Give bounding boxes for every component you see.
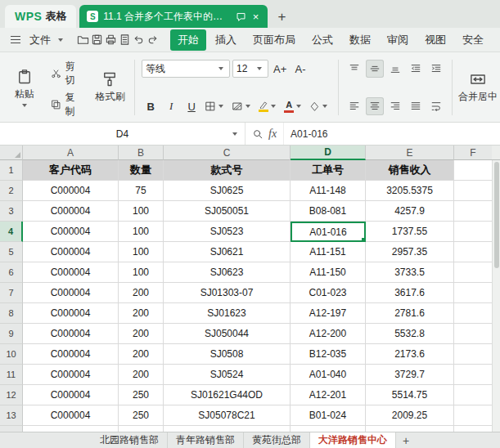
merge-center-button[interactable]: 合并居中 — [459, 71, 497, 104]
fill-color-button[interactable] — [308, 97, 331, 115]
print-icon[interactable] — [105, 30, 117, 49]
row-header-14[interactable]: 14 — [0, 426, 23, 432]
cell-f6[interactable] — [454, 262, 492, 283]
cell-e2[interactable]: 3205.5375 — [366, 181, 454, 201]
cell-a3[interactable]: C000004 — [23, 201, 119, 222]
cell-e13[interactable]: 2009.25 — [366, 405, 454, 426]
file-menu[interactable]: 文件 — [26, 33, 54, 47]
cell-b1[interactable]: 数量 — [119, 160, 164, 181]
scrollbar-thumb[interactable] — [494, 162, 499, 268]
grow-font-button[interactable]: A+ — [271, 60, 289, 78]
row-header-12[interactable]: 12 — [0, 385, 23, 405]
insert-function-button[interactable]: fx — [268, 128, 277, 141]
cell-c2[interactable]: SJ0625 — [164, 181, 291, 201]
name-box-caret-icon[interactable] — [232, 132, 237, 136]
cell-a12[interactable]: C000004 — [23, 385, 119, 405]
cell-a8[interactable]: C000004 — [23, 303, 119, 324]
cell-d12[interactable]: A12-201 — [291, 385, 366, 405]
add-sheet-button[interactable]: + — [396, 432, 416, 448]
cell-a4[interactable]: C000004 — [23, 222, 119, 242]
cell-c14[interactable] — [164, 426, 291, 432]
menu-item-6[interactable]: 视图 — [417, 29, 453, 51]
font-size-select[interactable]: 12 — [232, 60, 268, 78]
borders-button[interactable] — [203, 97, 227, 115]
cell-f1[interactable] — [454, 160, 492, 181]
cell-c8[interactable]: SJ01623 — [164, 303, 291, 324]
cell-d7[interactable]: C01-023 — [291, 283, 366, 303]
cell-e7[interactable]: 3617.6 — [366, 283, 454, 303]
cell-c5[interactable]: SJ0621 — [164, 242, 291, 262]
align-bottom-icon[interactable] — [386, 60, 404, 78]
cell-e4[interactable]: 1737.55 — [366, 222, 454, 242]
copy-button[interactable]: 复制 — [47, 89, 86, 120]
cell-c10[interactable]: SJ0508 — [164, 344, 291, 365]
cell-b2[interactable]: 75 — [119, 181, 164, 201]
cell-b3[interactable]: 100 — [119, 201, 164, 222]
menu-item-7[interactable]: 安全 — [455, 29, 491, 51]
cell-b14[interactable] — [119, 426, 164, 432]
cell-b4[interactable]: 100 — [119, 222, 164, 242]
cell-a13[interactable]: C000004 — [23, 405, 119, 426]
cell-f3[interactable] — [454, 201, 492, 222]
print-preview-icon[interactable] — [119, 30, 131, 49]
cell-a9[interactable]: C000004 — [23, 324, 119, 344]
align-middle-icon[interactable] — [366, 60, 384, 78]
close-tab-icon[interactable]: × — [251, 11, 261, 23]
row-header-3[interactable]: 3 — [0, 201, 23, 222]
cell-d2[interactable]: A11-148 — [291, 181, 366, 201]
paste-button[interactable]: 粘贴 — [7, 58, 42, 117]
sheet-tab-2[interactable]: 黄苑街总部 — [244, 432, 310, 448]
cell-a14[interactable]: C000004 — [23, 426, 119, 432]
cell-b12[interactable]: 250 — [119, 385, 164, 405]
menu-item-1[interactable]: 插入 — [208, 29, 244, 51]
new-tab-button[interactable]: + — [271, 7, 292, 28]
shading-button[interactable] — [230, 97, 255, 115]
column-header-a[interactable]: A — [23, 146, 119, 160]
cell-a7[interactable]: C000004 — [23, 283, 119, 303]
sheet-tab-0[interactable]: 北园路销售部 — [92, 432, 168, 448]
cell-e1[interactable]: 销售收入 — [366, 160, 454, 181]
cell-f7[interactable] — [454, 283, 492, 303]
format-painter-button[interactable]: 格式刷 — [92, 58, 128, 117]
cell-b6[interactable]: 100 — [119, 262, 164, 283]
row-header-5[interactable]: 5 — [0, 242, 23, 262]
save-icon[interactable] — [91, 30, 103, 49]
redo-icon[interactable] — [146, 30, 159, 49]
cell-e8[interactable]: 2781.6 — [366, 303, 454, 324]
column-header-b[interactable]: B — [119, 146, 164, 160]
magnifier-icon[interactable] — [252, 128, 264, 140]
cell-d9[interactable]: A12-200 — [291, 324, 366, 344]
cell-e5[interactable]: 2957.35 — [366, 242, 454, 262]
name-box[interactable]: D4 — [0, 123, 245, 145]
align-center-icon[interactable] — [366, 97, 384, 115]
cell-a11[interactable]: C000004 — [23, 365, 119, 385]
menu-item-4[interactable]: 数据 — [342, 29, 378, 51]
align-left-icon[interactable] — [345, 97, 363, 115]
menu-item-3[interactable]: 公式 — [304, 29, 340, 51]
cell-d1[interactable]: 工单号 — [291, 160, 366, 181]
cell-d11[interactable]: A01-040 — [291, 365, 366, 385]
vertical-scrollbar[interactable] — [492, 160, 500, 432]
menu-item-5[interactable]: 审阅 — [380, 29, 416, 51]
cell-d6[interactable]: A11-150 — [291, 262, 366, 283]
column-header-c[interactable]: C — [164, 146, 291, 160]
cell-e6[interactable]: 3733.5 — [366, 262, 454, 283]
cell-e3[interactable]: 4257.9 — [366, 201, 454, 222]
cell-a1[interactable]: 客户代码 — [23, 160, 119, 181]
decrease-indent-icon[interactable] — [407, 60, 425, 78]
cut-button[interactable]: 剪切 — [47, 58, 86, 89]
wrap-text-icon[interactable] — [427, 97, 445, 115]
row-header-6[interactable]: 6 — [0, 262, 23, 283]
sheet-tab-3[interactable]: 大洋路销售中心 — [310, 432, 396, 448]
cell-e12[interactable]: 5514.75 — [366, 385, 454, 405]
sheet-tab-1[interactable]: 青年路销售部 — [168, 432, 244, 448]
cell-f10[interactable] — [454, 344, 492, 365]
cell-d5[interactable]: A11-151 — [291, 242, 366, 262]
cell-b7[interactable]: 200 — [119, 283, 164, 303]
cell-c9[interactable]: SJ050044 — [164, 324, 291, 344]
cell-d13[interactable]: B01-024 — [291, 405, 366, 426]
bold-button[interactable]: B — [142, 97, 160, 115]
row-header-9[interactable]: 9 — [0, 324, 23, 344]
cell-e11[interactable]: 3729.7 — [366, 365, 454, 385]
cell-e9[interactable]: 5532.8 — [366, 324, 454, 344]
